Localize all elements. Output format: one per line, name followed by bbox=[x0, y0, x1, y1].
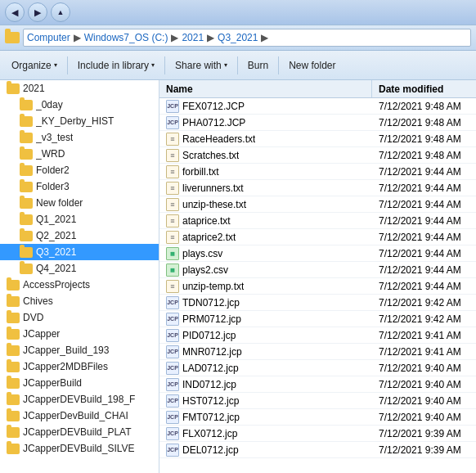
burn-label: Burn bbox=[248, 60, 268, 71]
sidebar-item-label: JCapperDevBuild_CHAI bbox=[23, 410, 128, 421]
col-name-header[interactable]: Name bbox=[159, 80, 372, 97]
folder-icon bbox=[7, 329, 20, 340]
up-button[interactable]: ▲ bbox=[51, 2, 70, 22]
file-date-cell: 7/12/2021 9:41 AM bbox=[372, 346, 476, 358]
sidebar-item-_ky_derby_hist[interactable]: _KY_Derby_HIST bbox=[0, 113, 159, 129]
file-name-cell: ≡ataprice2.txt bbox=[159, 231, 372, 244]
new-folder-label: New folder bbox=[289, 60, 335, 71]
sidebar-item-jcapper2mdbfiles[interactable]: JCapper2MDBFiles bbox=[0, 358, 159, 375]
file-name-text: FMT0712.jcp bbox=[182, 412, 240, 423]
file-icon-txt: ≡ bbox=[166, 280, 179, 293]
sidebar-item-jcapperdevbuild_chai[interactable]: JCapperDevBuild_CHAI bbox=[0, 408, 159, 424]
sidebar-item-jcapperdevbuild_silve[interactable]: JCapperDEVBuild_SILVE bbox=[0, 440, 159, 457]
table-row[interactable]: JCPPRM0712.jcp7/12/2021 9:42 AM bbox=[159, 311, 476, 327]
sidebar-item-_wrd[interactable]: _WRD bbox=[0, 146, 159, 162]
sidebar-item-chives[interactable]: Chives bbox=[0, 293, 159, 309]
address-bar: Computer ▶ Windows7_OS (C:) ▶ 2021 ▶ Q3_… bbox=[0, 25, 476, 51]
table-row[interactable]: ≡unzip-these.txt7/12/2021 9:44 AM bbox=[159, 196, 476, 213]
file-date-cell: 7/12/2021 9:40 AM bbox=[372, 379, 476, 390]
table-row[interactable]: ≡forbill.txt7/12/2021 9:44 AM bbox=[159, 164, 476, 180]
file-icon-jcp: JCP bbox=[166, 345, 179, 358]
sidebar-item-folder3[interactable]: Folder3 bbox=[0, 178, 159, 195]
file-date-cell: 7/12/2021 9:44 AM bbox=[372, 281, 476, 292]
crumb-drive[interactable]: Windows7_OS (C:) bbox=[84, 32, 168, 43]
file-name-text: LAD0712.jcp bbox=[182, 363, 239, 374]
table-row[interactable]: ≡Scratches.txt7/12/2021 9:48 AM bbox=[159, 147, 476, 164]
sidebar-item-label: JCapper bbox=[23, 328, 60, 340]
file-name-text: ataprice2.txt bbox=[182, 232, 236, 243]
table-row[interactable]: ▦plays2.csv7/12/2021 9:44 AM bbox=[159, 262, 476, 278]
table-row[interactable]: JCPPID0712.jcp7/12/2021 9:41 AM bbox=[159, 327, 476, 344]
toolbar-sep-3 bbox=[237, 56, 238, 74]
table-row[interactable]: JCPLAD0712.jcp7/12/2021 9:40 AM bbox=[159, 360, 476, 376]
table-row[interactable]: JCPDEL0712.jcp7/12/2021 9:39 AM bbox=[159, 442, 476, 458]
sidebar-item-jcapperbuild[interactable]: JCapperBuild bbox=[0, 375, 159, 391]
table-row[interactable]: ≡unzip-temp.txt7/12/2021 9:44 AM bbox=[159, 278, 476, 295]
back-button[interactable]: ◀ bbox=[5, 2, 25, 22]
crumb-computer[interactable]: Computer bbox=[27, 32, 70, 43]
file-icon-csv: ▦ bbox=[166, 264, 179, 277]
address-input[interactable]: Computer ▶ Windows7_OS (C:) ▶ 2021 ▶ Q3_… bbox=[23, 29, 471, 47]
file-name-text: PID0712.jcp bbox=[182, 330, 236, 341]
sidebar-item-_0day[interactable]: _0day bbox=[0, 97, 159, 113]
sidebar-item-jcapperdevbuild_plat[interactable]: JCapperDEVBuild_PLAT bbox=[0, 424, 159, 440]
sidebar-item-label: JCapperDEVBuild_PLAT bbox=[23, 426, 132, 438]
file-date-cell: 7/12/2021 9:44 AM bbox=[372, 232, 476, 243]
sidebar-item-_v3_test[interactable]: _v3_test bbox=[0, 129, 159, 146]
folder-icon bbox=[7, 394, 20, 405]
table-row[interactable]: ≡liverunners.txt7/12/2021 9:44 AM bbox=[159, 180, 476, 196]
file-list[interactable]: JCPFEX0712.JCP7/12/2021 9:48 AMJCPPHA071… bbox=[159, 98, 476, 473]
table-row[interactable]: ≡ataprice2.txt7/12/2021 9:44 AM bbox=[159, 229, 476, 246]
sidebar-item-jcapper[interactable]: JCapper bbox=[0, 326, 159, 342]
file-name-cell: ≡liverunners.txt bbox=[159, 182, 372, 195]
table-row[interactable]: JCPIND0712.jcp7/12/2021 9:40 AM bbox=[159, 376, 476, 393]
sidebar-item-jcapperdevbuild_198_f[interactable]: JCapperDEVBuild_198_F bbox=[0, 391, 159, 408]
table-row[interactable]: JCPHST0712.jcp7/12/2021 9:40 AM bbox=[159, 393, 476, 409]
sidebar-item-accessprojects[interactable]: AccessProjects bbox=[0, 277, 159, 293]
table-row[interactable]: ▦plays.csv7/12/2021 9:44 AM bbox=[159, 246, 476, 262]
file-name-cell: JCPMNR0712.jcp bbox=[159, 345, 372, 358]
table-row[interactable]: JCPFMT0712.jcp7/12/2021 9:40 AM bbox=[159, 409, 476, 426]
sidebar-item-folder2[interactable]: Folder2 bbox=[0, 162, 159, 178]
file-name-cell: JCPLAD0712.jcp bbox=[159, 362, 372, 375]
file-name-text: MNR0712.jcp bbox=[182, 346, 242, 358]
sidebar-item-q3_2021[interactable]: Q3_2021 bbox=[0, 244, 159, 260]
table-row[interactable]: JCPFEX0712.JCP7/12/2021 9:48 AM bbox=[159, 98, 476, 115]
sidebar-item-2021[interactable]: 2021 bbox=[0, 80, 159, 97]
crumb-2021[interactable]: 2021 bbox=[182, 32, 204, 43]
sidebar-item-q4_2021[interactable]: Q4_2021 bbox=[0, 260, 159, 277]
table-row[interactable]: ≡RaceHeaders.txt7/12/2021 9:48 AM bbox=[159, 131, 476, 147]
sidebar-item-q2_2021[interactable]: Q2_2021 bbox=[0, 227, 159, 244]
file-date-cell: 7/12/2021 9:44 AM bbox=[372, 215, 476, 227]
sidebar-item-dvd[interactable]: DVD bbox=[0, 309, 159, 326]
file-name-text: PRM0712.jcp bbox=[182, 313, 241, 325]
crumb-q3[interactable]: Q3_2021 bbox=[218, 32, 258, 43]
table-row[interactable]: JCPFLX0712.jcp7/12/2021 9:39 AM bbox=[159, 426, 476, 442]
col-date-header[interactable]: Date modified bbox=[372, 80, 476, 97]
organize-button[interactable]: Organize ▾ bbox=[5, 54, 64, 77]
file-date-cell: 7/12/2021 9:40 AM bbox=[372, 363, 476, 374]
share-with-button[interactable]: Share with ▾ bbox=[168, 54, 234, 77]
sidebar-item-q1_2021[interactable]: Q1_2021 bbox=[0, 211, 159, 227]
sidebar-item-label: AccessProjects bbox=[23, 279, 90, 291]
sidebar-item-jcapper_build_193[interactable]: JCapper_Build_193 bbox=[0, 342, 159, 358]
file-date-cell: 7/12/2021 9:44 AM bbox=[372, 264, 476, 276]
table-row[interactable]: JCPTDN0712.jcp7/12/2021 9:42 AM bbox=[159, 295, 476, 311]
sep-4: ▶ bbox=[261, 32, 268, 43]
share-label: Share with bbox=[175, 60, 222, 71]
file-name-text: IND0712.jcp bbox=[182, 379, 236, 390]
main-layout: 2021_0day_KY_Derby_HIST_v3_test_WRDFolde… bbox=[0, 80, 476, 473]
sidebar-item-new-folder[interactable]: New folder bbox=[0, 195, 159, 211]
include-library-button[interactable]: Include in library ▾ bbox=[71, 54, 161, 77]
sidebar-item-label: JCapper2MDBFiles bbox=[23, 361, 108, 372]
forward-button[interactable]: ▶ bbox=[28, 2, 47, 22]
folder-icon bbox=[20, 149, 33, 160]
folder-icon bbox=[20, 264, 33, 274]
burn-button[interactable]: Burn bbox=[241, 54, 275, 77]
table-row[interactable]: ≡ataprice.txt7/12/2021 9:44 AM bbox=[159, 213, 476, 229]
table-row[interactable]: JCPPHA0712.JCP7/12/2021 9:48 AM bbox=[159, 115, 476, 131]
new-folder-button[interactable]: New folder bbox=[282, 54, 342, 77]
folder-icon bbox=[7, 83, 20, 94]
table-row[interactable]: JCPMNR0712.jcp7/12/2021 9:41 AM bbox=[159, 344, 476, 360]
file-icon-txt: ≡ bbox=[166, 149, 179, 162]
